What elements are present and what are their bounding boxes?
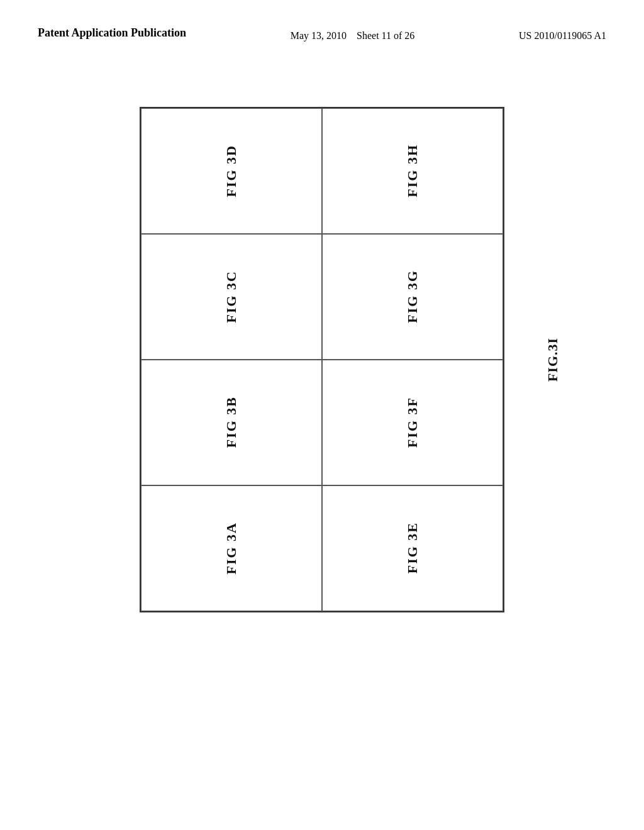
cell-fig3h: FIG 3H xyxy=(322,108,503,234)
fig3a-label: FIG 3A xyxy=(223,522,240,575)
cell-fig3e: FIG 3E xyxy=(322,485,503,611)
fig3g-label: FIG 3G xyxy=(404,270,421,323)
fig3b-label: FIG 3B xyxy=(223,396,240,448)
date-label: May 13, 2010 xyxy=(291,30,347,41)
fig3f-label: FIG 3F xyxy=(404,397,421,448)
cell-fig3b: FIG 3B xyxy=(141,360,322,485)
figure-grid: FIG 3D FIG 3H FIG 3C FIG 3G FIG 3B FIG 3… xyxy=(140,107,504,612)
fig3d-label: FIG 3D xyxy=(223,145,240,197)
patent-number: US 2010/0119065 A1 xyxy=(519,25,606,44)
publication-label: Patent Application Publication xyxy=(38,25,186,41)
cell-fig3c: FIG 3C xyxy=(141,234,322,360)
cell-fig3d: FIG 3D xyxy=(141,108,322,234)
main-content: FIG 3D FIG 3H FIG 3C FIG 3G FIG 3B FIG 3… xyxy=(0,57,644,638)
sheet-label: Sheet 11 of 26 xyxy=(357,30,414,41)
fig3i-outside-label: FIG.3I xyxy=(545,338,561,382)
fig3e-label: FIG 3E xyxy=(404,522,421,573)
cell-fig3f: FIG 3F xyxy=(322,360,503,485)
figure-wrapper: FIG 3D FIG 3H FIG 3C FIG 3G FIG 3B FIG 3… xyxy=(140,107,504,612)
fig3h-label: FIG 3H xyxy=(404,144,421,197)
fig3c-label: FIG 3C xyxy=(223,270,240,323)
sheet-info: May 13, 2010 Sheet 11 of 26 xyxy=(291,25,415,44)
cell-fig3a: FIG 3A xyxy=(141,485,322,611)
page-header: Patent Application Publication May 13, 2… xyxy=(0,0,644,57)
cell-fig3g: FIG 3G xyxy=(322,234,503,360)
